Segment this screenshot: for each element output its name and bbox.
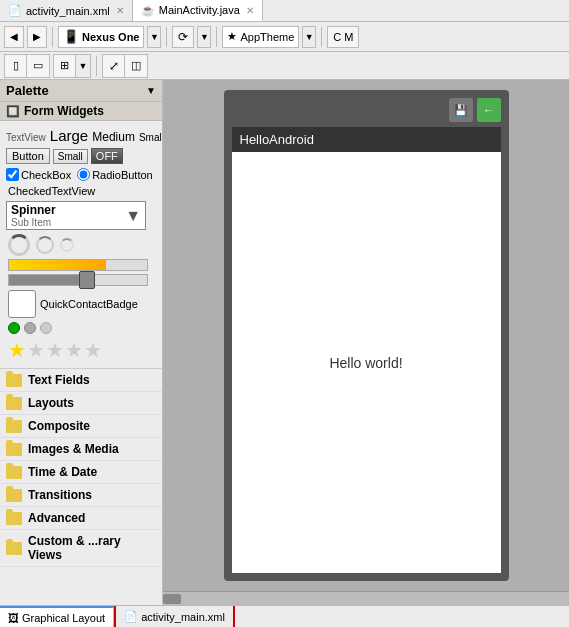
layout-toolbar-group-2: ⊞ ▼ xyxy=(53,54,91,78)
star-5: ★ xyxy=(84,338,102,362)
device-dropdown-button[interactable]: ▼ xyxy=(147,26,161,48)
text-fields-folder-icon xyxy=(6,374,22,387)
toolbar2-separator-1 xyxy=(96,56,97,76)
tab-graphical-layout[interactable]: 🖼 Graphical Layout xyxy=(0,606,114,627)
toolbar-separator-3 xyxy=(216,27,217,47)
palette-dropdown-icon[interactable]: ▼ xyxy=(146,85,156,96)
spinner-widget[interactable]: Spinner Sub Item ▼ xyxy=(6,201,146,230)
theme-label: AppTheme xyxy=(240,31,294,43)
preview-area: 💾 ← HelloAndroid Hello world! xyxy=(163,80,569,605)
tab-mainactivity-java[interactable]: ☕ MainActivity.java ✕ xyxy=(133,0,263,21)
palette-scroll: 🔲 Form Widgets TextView Large Medium Sma… xyxy=(0,102,162,605)
seekbar-widget[interactable] xyxy=(8,274,148,286)
advanced-label: Advanced xyxy=(28,511,85,525)
checkbox-widget[interactable]: CheckBox xyxy=(6,168,71,181)
time-date-folder-icon xyxy=(6,466,22,479)
textview-large[interactable]: Large xyxy=(50,127,88,144)
section-header-form-widgets[interactable]: 🔲 Form Widgets xyxy=(0,102,162,121)
spinner-main-text: Spinner xyxy=(11,203,56,217)
button-widget[interactable]: Button xyxy=(6,148,50,164)
rotate-button[interactable]: ⟳ xyxy=(172,26,194,48)
advanced-folder-icon xyxy=(6,512,22,525)
tab-close-xml[interactable]: ✕ xyxy=(116,5,124,16)
radio-widget[interactable]: RadioButton xyxy=(77,168,153,181)
preview-scroll-area: 💾 ← HelloAndroid Hello world! xyxy=(163,80,569,591)
tab-activity-xml-bottom[interactable]: 📄 activity_main.xml xyxy=(114,606,235,627)
off-button-widget[interactable]: OFF xyxy=(91,148,123,164)
toolbar-separator-4 xyxy=(321,27,322,47)
textview-medium[interactable]: Medium xyxy=(92,130,135,144)
phone-icon-btn-1[interactable]: 💾 xyxy=(449,98,473,122)
spinner-sub-text: Sub Item xyxy=(11,217,56,228)
device-selector[interactable]: 📱 Nexus One xyxy=(58,26,144,48)
progress-bar-fill xyxy=(9,260,106,270)
toolbar-separator-1 xyxy=(52,27,53,47)
toolbar-separator-2 xyxy=(166,27,167,47)
category-custom-views[interactable]: Custom & ...rary Views xyxy=(0,530,162,567)
device-name-label: Nexus One xyxy=(82,31,139,43)
phone-app-title: HelloAndroid xyxy=(240,132,314,147)
theme-selector[interactable]: ★ AppTheme xyxy=(222,26,299,48)
tab-close-java[interactable]: ✕ xyxy=(246,5,254,16)
buttons-row: Button Small OFF xyxy=(4,146,158,166)
graphical-layout-label: Graphical Layout xyxy=(22,612,105,624)
category-composite[interactable]: Composite xyxy=(0,415,162,438)
spinners-row xyxy=(8,234,154,256)
textview-label: TextView xyxy=(6,132,46,143)
activity-button[interactable]: C M xyxy=(327,26,359,48)
transitions-label: Transitions xyxy=(28,488,92,502)
category-advanced[interactable]: Advanced xyxy=(0,507,162,530)
layouts-folder-icon xyxy=(6,397,22,410)
tab-activity-xml[interactable]: 📄 activity_main.xml ✕ xyxy=(0,0,133,21)
radio-label: RadioButton xyxy=(92,169,153,181)
quick-contact-badge[interactable]: QuickContactBadge xyxy=(4,288,158,320)
preview-btn[interactable]: ◫ xyxy=(125,55,147,77)
textview-small[interactable]: Small xyxy=(139,132,162,143)
checkbox-radio-row: CheckBox RadioButton xyxy=(4,166,158,183)
landscape-btn[interactable]: ▭ xyxy=(27,55,49,77)
qcb-label: QuickContactBadge xyxy=(40,298,138,310)
phone-icon-btn-2[interactable]: ← xyxy=(477,98,501,122)
rating-bar-widget[interactable]: ★ ★ ★ ★ ★ xyxy=(4,336,158,364)
category-images-media[interactable]: Images & Media xyxy=(0,438,162,461)
phone-mockup: 💾 ← HelloAndroid Hello world! xyxy=(224,90,509,581)
bullet-gray1 xyxy=(24,322,36,334)
seekbar-thumb xyxy=(79,271,95,289)
category-time-date[interactable]: Time & Date xyxy=(0,461,162,484)
category-transitions[interactable]: Transitions xyxy=(0,484,162,507)
xml-file-icon: 📄 xyxy=(8,4,22,17)
images-media-label: Images & Media xyxy=(28,442,119,456)
graphical-layout-icon: 🖼 xyxy=(8,612,19,624)
checkbox-input[interactable] xyxy=(6,168,19,181)
spinner-progress-2 xyxy=(36,236,54,254)
rotate-dropdown[interactable]: ▼ xyxy=(197,26,211,48)
transitions-folder-icon xyxy=(6,489,22,502)
star-1: ★ xyxy=(8,338,26,362)
radio-input[interactable] xyxy=(77,168,90,181)
bullet-gray2 xyxy=(40,322,52,334)
category-layouts[interactable]: Layouts xyxy=(0,392,162,415)
xml-icon-bottom: 📄 xyxy=(124,610,138,623)
activity-xml-bottom-label: activity_main.xml xyxy=(141,611,225,623)
images-media-folder-icon xyxy=(6,443,22,456)
composite-folder-icon xyxy=(6,420,22,433)
fit-btn[interactable]: ⤢ xyxy=(103,55,125,77)
small-button-widget[interactable]: Small xyxy=(53,149,88,164)
nav-back-button[interactable]: ◀ xyxy=(4,26,24,48)
bullet-indicators-row xyxy=(4,320,158,336)
custom-views-folder-icon xyxy=(6,542,22,555)
layout-toolbar-group-3: ⤢ ◫ xyxy=(102,54,148,78)
time-date-label: Time & Date xyxy=(28,465,97,479)
device-icon: 📱 xyxy=(63,29,79,44)
qcb-avatar xyxy=(8,290,36,318)
preview-scrollbar[interactable] xyxy=(163,591,569,605)
tab-label-mainactivity: MainActivity.java xyxy=(159,4,240,16)
nav-forward-button[interactable]: ▶ xyxy=(27,26,47,48)
grid-btn[interactable]: ⊞ xyxy=(54,55,76,77)
portrait-btn[interactable]: ▯ xyxy=(5,55,27,77)
star-4: ★ xyxy=(65,338,83,362)
grid-dropdown[interactable]: ▼ xyxy=(76,55,90,77)
category-text-fields[interactable]: Text Fields xyxy=(0,369,162,392)
spinner-arrow-icon: ▼ xyxy=(125,207,141,225)
theme-dropdown-button[interactable]: ▼ xyxy=(302,26,316,48)
